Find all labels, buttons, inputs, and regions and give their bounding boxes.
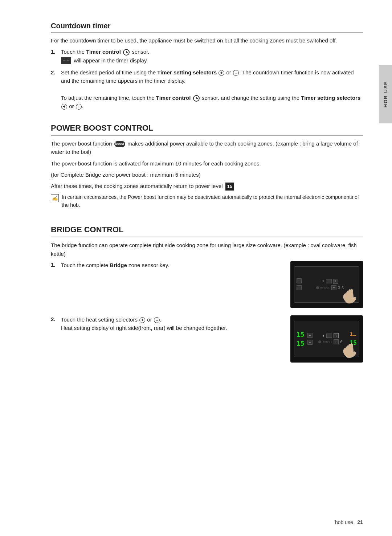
timer-icon-2 — [193, 95, 200, 102]
orange-1-dot: 1… — [350, 331, 357, 337]
plus-circle-1: + — [219, 70, 224, 76]
green-15-bottom: 15 — [297, 340, 305, 347]
hand-gesture-2 — [340, 343, 358, 360]
sun-icon-2: ✦ — [322, 334, 325, 338]
step2-bold3: Timer setting selectors — [301, 95, 360, 101]
countdown-timer-heading: Countdown timer — [51, 22, 363, 33]
countdown-step-2: 2. Set the desired period of time using … — [51, 68, 363, 110]
bridge-label-2: BRIDGE — [323, 341, 332, 343]
top-row: ✦ + — [303, 279, 357, 284]
dot-2 — [318, 340, 321, 343]
note-text: In certain circumstances, the Power boos… — [62, 193, 363, 209]
bridge-step-2-container: 2. Touch the heat setting selectors + or… — [51, 315, 363, 363]
step2-num: 2. — [51, 68, 60, 77]
step1-num: 1. — [51, 48, 60, 56]
sun-icon: ✦ — [322, 279, 324, 283]
plus-circle-2: + — [61, 104, 67, 110]
bridge-control-section: BRIDGE CONTROL The bridge function can o… — [51, 225, 363, 363]
page-container: Countdown timer For the countdown timer … — [0, 0, 392, 536]
bridge-step2-num: 2. — [51, 315, 60, 322]
step2-bold: Timer setting selectors — [157, 69, 217, 75]
power-boost-heading: POWER BOOST CONTROL — [51, 123, 363, 136]
countdown-timer-section: Countdown timer For the countdown timer … — [51, 22, 363, 110]
hand-gesture-1 — [340, 289, 358, 306]
plus-btn: + — [333, 279, 338, 284]
page-number: hob use _21 — [335, 519, 363, 525]
green-nums: 15 15 — [297, 331, 305, 347]
bridge-control-body: The bridge function can operate complete… — [51, 241, 363, 363]
minus-circle-bridge: – — [154, 317, 160, 323]
page-num-bold: 21 — [357, 519, 363, 525]
display-box-2 — [326, 334, 332, 338]
green-15-top: 15 — [297, 331, 305, 338]
boost-icon: boost — [114, 141, 126, 147]
step2-content: Set the desired period of time using the… — [61, 68, 363, 110]
step1-bold: Timer control — [86, 49, 121, 55]
display-box — [326, 279, 332, 283]
bridge-panel-diagram-2: 15 15 − − ✦ + — [290, 315, 363, 363]
dot-icon — [316, 286, 319, 289]
bridge-step-1-container: 1. Touch the complete Bridge zone sensor… — [51, 261, 363, 308]
bridge-step2-text: Touch the heat setting selectors + or –.… — [61, 315, 290, 332]
bridge-bold: Bridge — [110, 262, 127, 268]
left-buttons-2: − − — [307, 333, 313, 345]
bridge-panel-diagram-1: − − ✦ + — [290, 261, 363, 308]
bridge-label: BRIDGE — [320, 287, 330, 289]
countdown-timer-body: For the countdown timer to be used, the … — [51, 36, 363, 110]
minus-btn-2: − — [334, 339, 339, 344]
power-level-badge: 15 — [225, 183, 234, 191]
minus-btn-bottom-2: − — [307, 340, 313, 345]
plus-btn-2: + — [334, 333, 339, 338]
power-boost-para3: (for Complete Bridge zone power boost : … — [51, 171, 363, 179]
power-boost-para2: The power boost function is activated fo… — [51, 159, 363, 168]
power-boost-para4: After these times, the cooking zones aut… — [51, 182, 363, 191]
power-boost-section: POWER BOOST CONTROL The power boost func… — [51, 123, 363, 212]
minus-circle-1: – — [233, 70, 239, 76]
bridge-intro: The bridge function can operate complete… — [51, 241, 363, 258]
top-row-2: ✦ + — [314, 333, 347, 338]
minus-btn-top: − — [297, 278, 302, 283]
timer-dash: – – — [61, 57, 71, 64]
note-icon: ✍ — [51, 194, 59, 202]
power-boost-para1: The power boost function boost makes add… — [51, 139, 363, 156]
step1-content: Touch the Timer control sensor. – – will… — [61, 48, 363, 65]
bridge-step1-num: 1. — [51, 261, 60, 268]
plus-circle-bridge: + — [139, 317, 145, 323]
power-boost-body: The power boost function boost makes add… — [51, 139, 363, 212]
countdown-steps: 1. Touch the Timer control sensor. – – w… — [51, 48, 363, 110]
minus-circle-2: – — [76, 104, 82, 110]
l-bracket: BRIDGE — [320, 287, 330, 289]
minus-btn-bottom: − — [297, 285, 302, 290]
minus-btn-center: − — [331, 285, 336, 290]
note-box: ✍ In certain circumstances, the Power bo… — [51, 193, 363, 212]
timer-icon-1 — [123, 49, 130, 56]
countdown-step-1: 1. Touch the Timer control sensor. – – w… — [51, 48, 363, 65]
countdown-intro: For the countdown timer to be used, the … — [51, 36, 363, 45]
step2-bold2: Timer control — [156, 95, 191, 101]
left-buttons: − − — [297, 278, 302, 290]
bridge-control-heading: BRIDGE CONTROL — [51, 225, 363, 237]
minus-btn-top-2: − — [307, 333, 313, 338]
bridge-step1-text: Touch the complete Bridge zone sensor ke… — [61, 261, 290, 269]
